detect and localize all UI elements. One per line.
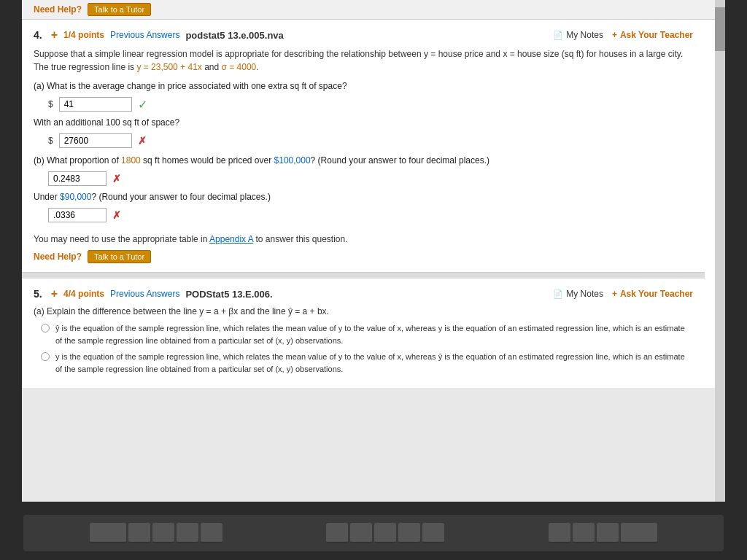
key-11 — [549, 523, 570, 543]
q4-a2-x-icon: ✗ — [138, 135, 147, 147]
q5-notes-doc-icon: 📄 — [553, 289, 563, 299]
notes-doc-icon: 📄 — [553, 31, 563, 40]
q4-need-help-row: Need Help? Talk to a Tutor — [34, 250, 693, 263]
question-5-block: 5. + 4/4 points Previous Answers PODStat… — [22, 279, 705, 388]
q5-my-notes-btn[interactable]: 📄 My Notes — [553, 289, 603, 299]
need-help-label: Need Help? — [34, 4, 82, 15]
keyboard-bar — [23, 515, 724, 551]
key-14 — [621, 523, 657, 543]
q4-tutor-button[interactable]: Talk to a Tutor — [88, 250, 151, 263]
key-5 — [201, 523, 222, 543]
key-2 — [128, 523, 150, 543]
top-bar: Need Help? Talk to a Tutor — [22, 0, 725, 20]
q5-ask-teacher-btn[interactable]: + Ask Your Teacher — [612, 289, 693, 299]
q5-points: 4/4 points — [63, 289, 104, 299]
browser-area: Need Help? Talk to a Tutor 4. + 1/4 poin… — [22, 0, 725, 502]
q4-under-90k-text: Under $90,000? (Round your answer to fou… — [34, 192, 693, 202]
q4-answer-b1-input[interactable] — [48, 171, 107, 186]
q5-radio-1[interactable] — [41, 324, 50, 332]
q4-my-notes-label: My Notes — [566, 30, 603, 40]
section-divider — [22, 273, 705, 279]
q4-need-help-label: Need Help? — [34, 252, 82, 262]
key-group-1 — [90, 523, 222, 543]
q5-ask-teacher-plus-icon: + — [612, 289, 617, 299]
q4-header-right: 📄 My Notes + Ask Your Teacher — [553, 30, 693, 40]
q4-answer-b2-row: ✗ — [48, 208, 693, 222]
key-12 — [573, 523, 595, 543]
q4-b1-x-icon: ✗ — [112, 173, 121, 184]
q5-option-1: ŷ is the equation of the sample regressi… — [41, 322, 693, 346]
key-9 — [398, 523, 420, 543]
q4-a1-check-icon: ✓ — [138, 98, 147, 112]
q5-ask-teacher-label: Ask Your Teacher — [620, 289, 693, 299]
scrollbar-thumb[interactable] — [715, 7, 725, 51]
q4-ask-teacher-label: Ask Your Teacher — [620, 30, 693, 40]
q4-answer-b2-input[interactable] — [48, 208, 107, 222]
q5-header-right: 📄 My Notes + Ask Your Teacher — [553, 289, 693, 299]
q4-problem-id: podstat5 13.e.005.nva — [185, 30, 283, 41]
question-4-header: 4. + 1/4 points Previous Answers podstat… — [34, 28, 693, 42]
q4-b2-x-icon: ✗ — [112, 209, 121, 221]
keyboard-area — [0, 505, 747, 560]
q4-answer-a1-row: $ ✓ — [48, 97, 693, 112]
q5-prev-answers[interactable]: Previous Answers — [110, 289, 179, 299]
key-4 — [177, 523, 198, 543]
content-area: 4. + 1/4 points Previous Answers podstat… — [22, 20, 715, 388]
appendix-a-link[interactable]: Appendix A — [209, 234, 253, 244]
q5-option-2: y is the equation of the sample regressi… — [41, 351, 693, 375]
q5-option-1-text: ŷ is the equation of the sample regressi… — [55, 322, 693, 346]
plus-icon-q4: + — [51, 28, 58, 42]
screen: Need Help? Talk to a Tutor 4. + 1/4 poin… — [0, 0, 747, 560]
question-4-number: 4. — [34, 29, 42, 41]
question-4-block: 4. + 1/4 points Previous Answers podstat… — [22, 20, 705, 273]
key-10 — [422, 523, 444, 543]
question-5-header: 5. + 4/4 points Previous Answers PODStat… — [34, 287, 693, 300]
q5-my-notes-label: My Notes — [566, 289, 603, 299]
q4-my-notes-btn[interactable]: 📄 My Notes — [553, 30, 603, 40]
q5-problem-id: PODStat5 13.E.006. — [185, 289, 272, 300]
scrollbar[interactable] — [715, 0, 725, 502]
key-8 — [374, 523, 396, 543]
q4-answer-a2-row: $ ✗ — [48, 133, 693, 148]
q4-part-b: (b) What proportion of 1800 sq ft homes … — [34, 155, 693, 166]
q4-description: Suppose that a simple linear regression … — [34, 47, 693, 74]
q5-option-2-text: y is the equation of the sample regressi… — [55, 351, 693, 375]
key-1 — [90, 523, 126, 543]
question-5-number: 5. — [34, 288, 42, 300]
key-13 — [597, 523, 619, 543]
q4-sigma: σ = 4000 — [222, 62, 257, 72]
ask-teacher-plus-icon: + — [612, 30, 617, 40]
q5-options: ŷ is the equation of the sample regressi… — [41, 322, 693, 375]
q4-answer-b1-row: ✗ — [48, 171, 693, 186]
q4-equation: y = 23,500 + 41x — [136, 62, 201, 72]
key-group-2 — [326, 523, 444, 543]
q4-a1-dollar: $ — [48, 99, 53, 109]
q4-ask-teacher-btn[interactable]: + Ask Your Teacher — [612, 30, 693, 40]
plus-icon-q5: + — [51, 287, 58, 300]
talk-to-tutor-button[interactable]: Talk to a Tutor — [88, 3, 151, 16]
q4-answer-a2-input[interactable] — [59, 133, 132, 148]
q4-a2-dollar: $ — [48, 136, 53, 146]
key-group-3 — [549, 523, 657, 543]
key-3 — [152, 523, 174, 543]
q4-points: 1/4 points — [63, 30, 104, 40]
key-7 — [350, 523, 372, 543]
q4-part-a: (a) What is the average change in price … — [34, 81, 693, 91]
q5-radio-2[interactable] — [41, 352, 50, 361]
q4-appendix-note: You may need to use the appropriate tabl… — [34, 234, 693, 244]
q4-prev-answers[interactable]: Previous Answers — [110, 30, 179, 40]
q4-with-100-text: With an additional 100 sq ft of space? — [34, 117, 693, 128]
key-6 — [326, 523, 348, 543]
q5-part-a-text: (a) Explain the difference between the l… — [34, 306, 693, 316]
q4-answer-a1-input[interactable] — [59, 97, 132, 112]
